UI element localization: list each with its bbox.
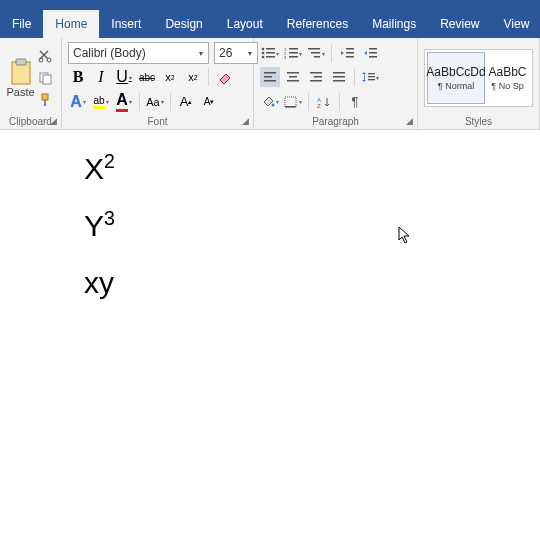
paste-button[interactable]: Paste [6,57,35,99]
style-no-spacing[interactable]: AaBbC ¶ No Sp [485,52,530,104]
svg-rect-37 [310,80,322,82]
font-size-value: 26 [215,46,243,60]
svg-rect-46 [285,97,296,107]
tab-insert[interactable]: Insert [99,10,153,38]
borders-button[interactable]: ▾ [283,92,303,112]
align-right-button[interactable] [306,67,326,87]
svg-rect-38 [333,72,345,74]
tab-design[interactable]: Design [153,10,214,38]
underline-button[interactable]: U▾ [114,67,134,87]
sort-button[interactable]: AZ [314,92,334,112]
clipboard-launcher[interactable]: ◢ [47,115,59,127]
format-painter-button[interactable] [35,90,55,110]
svg-rect-34 [287,80,299,82]
styles-gallery[interactable]: AaBbCcDd ¶ Normal AaBbC ¶ No Sp [424,49,533,107]
doc-line-2: Y3 [84,197,115,254]
numbering-button[interactable]: 123▾ [283,43,303,63]
scissors-icon [38,49,52,63]
bold-button[interactable]: B [68,67,88,87]
strikethrough-button[interactable]: abc [137,67,157,87]
group-label-styles: Styles [424,114,533,129]
show-marks-button[interactable]: ¶ [345,92,365,112]
svg-rect-31 [264,80,276,82]
borders-icon [284,96,298,108]
svg-point-45 [272,103,275,106]
tab-file[interactable]: File [0,10,43,38]
ribbon-tabs: File Home Insert Design Layout Reference… [0,10,540,38]
highlight-button[interactable]: ab▾ [91,92,111,112]
svg-point-10 [262,52,265,55]
clear-formatting-button[interactable] [214,67,234,87]
svg-rect-39 [333,76,345,78]
tab-view[interactable]: View [492,10,540,38]
svg-point-8 [262,48,265,51]
italic-button[interactable]: I [91,67,111,87]
superscript-button[interactable]: x2 [183,67,203,87]
copy-button[interactable] [35,68,55,88]
line-spacing-button[interactable]: ▾ [360,67,380,87]
svg-rect-15 [289,48,298,50]
bullets-button[interactable]: ▾ [260,43,280,63]
svg-rect-25 [346,56,354,58]
svg-rect-33 [289,76,297,78]
svg-rect-24 [346,52,354,54]
svg-rect-1 [16,59,26,65]
svg-rect-29 [264,72,276,74]
change-case-button[interactable]: Aa▾ [145,92,165,112]
tab-mailings[interactable]: Mailings [360,10,428,38]
group-clipboard: Paste Clipboard ◢ [0,38,62,129]
align-center-button[interactable] [283,67,303,87]
align-right-icon [309,71,323,83]
shrink-font-button[interactable]: A▾ [199,92,219,112]
indent-icon [363,47,377,59]
paragraph-launcher[interactable]: ◢ [403,115,415,127]
shading-button[interactable]: ▾ [260,92,280,112]
paste-label: Paste [6,86,34,98]
group-label-paragraph: Paragraph [260,114,411,129]
doc-line-3: xy [84,254,115,311]
eraser-icon [216,70,232,84]
tab-review[interactable]: Review [428,10,491,38]
svg-rect-5 [43,75,51,84]
font-name-combo[interactable]: Calibri (Body) ▾ [68,42,209,64]
sort-icon: AZ [317,96,331,108]
tab-home[interactable]: Home [43,10,99,38]
svg-rect-11 [266,52,275,54]
document-body[interactable]: X2 Y3 xy [84,140,115,311]
svg-rect-17 [289,52,298,54]
tab-layout[interactable]: Layout [215,10,275,38]
svg-rect-23 [346,48,354,50]
svg-rect-44 [368,79,375,80]
mouse-cursor-icon [398,226,414,246]
multilevel-list-button[interactable]: ▾ [306,43,326,63]
group-font: Calibri (Body) ▾ 26 ▾ B I U▾ abc x2 x2 A… [62,38,254,129]
grow-font-button[interactable]: A▴ [176,92,196,112]
chevron-down-icon[interactable]: ▾ [194,49,208,58]
svg-rect-30 [264,76,272,78]
svg-rect-21 [311,52,320,54]
svg-rect-26 [369,48,377,50]
font-color-button[interactable]: A▾ [114,92,134,112]
tab-references[interactable]: References [275,10,360,38]
ribbon: Paste Clipboard ◢ Calibri (Body) ▾ 26 ▾ [0,38,540,130]
font-launcher[interactable]: ◢ [239,115,251,127]
svg-rect-43 [368,76,375,77]
paint-bucket-icon [261,96,275,108]
decrease-indent-button[interactable] [337,43,357,63]
highlight-icon: ab [93,95,104,109]
text-effects-button[interactable]: A▾ [68,92,88,112]
doc-line-1: X2 [84,140,115,197]
svg-rect-13 [266,56,275,58]
align-left-button[interactable] [260,67,280,87]
justify-button[interactable] [329,67,349,87]
svg-rect-28 [369,56,377,58]
style-normal[interactable]: AaBbCcDd ¶ Normal [427,52,485,104]
font-size-combo[interactable]: 26 ▾ [214,42,258,64]
svg-rect-47 [285,106,296,108]
outdent-icon [340,47,354,59]
cut-button[interactable] [35,46,55,66]
increase-indent-button[interactable] [360,43,380,63]
subscript-button[interactable]: x2 [160,67,180,87]
align-center-icon [286,71,300,83]
svg-rect-20 [308,48,320,50]
